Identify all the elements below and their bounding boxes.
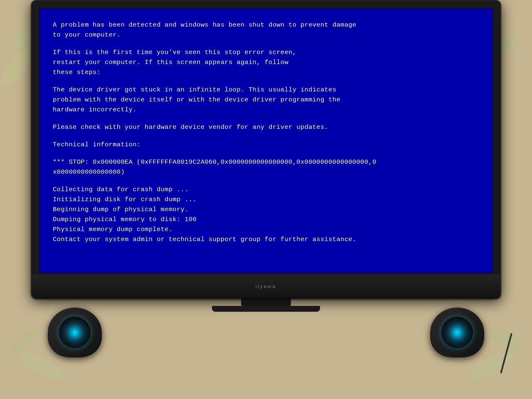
bsod-line-4: If this is the first time you've seen th… xyxy=(53,47,479,57)
bsod-technical-header: Technical information: xyxy=(53,140,479,150)
bsod-line-22: Beginning dump of physical memory. xyxy=(53,204,479,214)
bsod-please-check: Please check with your hardware device v… xyxy=(53,122,479,132)
bsod-dump-info: Collecting data for crash dump ... Initi… xyxy=(53,185,479,244)
right-speaker xyxy=(430,308,484,357)
monitor-stand xyxy=(241,298,291,306)
bsod-line-10: hardware incorrectly. xyxy=(53,105,479,115)
bsod-driver-info: The device driver got stuck in an infini… xyxy=(53,85,479,115)
power-cable xyxy=(500,333,512,374)
bsod-line-23: Dumping physical memory to disk: 100 xyxy=(53,214,479,224)
bsod-line-21: Initializing disk for crash dump ... xyxy=(53,195,479,204)
bsod-text-area: A problem has been detected and windows … xyxy=(39,8,493,264)
bsod-line-12: Please check with your hardware device v… xyxy=(53,122,479,132)
bsod-line-5: restart your computer. If this screen ap… xyxy=(53,57,479,67)
bsod-line-14: Technical information: xyxy=(53,140,479,150)
bsod-line-16: *** STOP: 0x000000EA (0xFFFFFFA8019C2A06… xyxy=(53,157,479,167)
right-speaker-led xyxy=(451,326,463,339)
bsod-stop-code: *** STOP: 0x000000EA (0xFFFFFFA8019C2A06… xyxy=(53,157,479,177)
bsod-intro: A problem has been detected and windows … xyxy=(53,20,479,40)
monitor-bottom-bezel: iiyama xyxy=(31,274,501,298)
bsod-line-1: A problem has been detected and windows … xyxy=(53,20,479,30)
left-speaker xyxy=(48,308,102,357)
bsod-line-20: Collecting data for crash dump ... xyxy=(53,185,479,195)
bsod-line-8: The device driver got stuck in an infini… xyxy=(53,85,479,95)
bsod-line-25: Contact your system admin or technical s… xyxy=(53,234,479,244)
monitor-brand-label: iiyama xyxy=(256,284,276,289)
bsod-line-2: to your computer. xyxy=(53,30,479,40)
right-speaker-grill xyxy=(441,316,474,349)
left-speaker-grill xyxy=(58,316,91,349)
bsod-first-time: If this is the first time you've seen th… xyxy=(53,47,479,77)
bsod-line-9: problem with the device itself or with t… xyxy=(53,95,479,105)
left-speaker-led xyxy=(69,326,81,339)
bsod-line-6: these steps: xyxy=(53,67,479,77)
bsod-line-17: x0000000000000000) xyxy=(53,167,479,177)
bsod-line-24: Physical memory dump complete. xyxy=(53,224,479,234)
bsod-screen: A problem has been detected and windows … xyxy=(39,7,493,273)
speakers-row xyxy=(31,308,501,357)
monitor-bezel: A problem has been detected and windows … xyxy=(31,0,501,298)
